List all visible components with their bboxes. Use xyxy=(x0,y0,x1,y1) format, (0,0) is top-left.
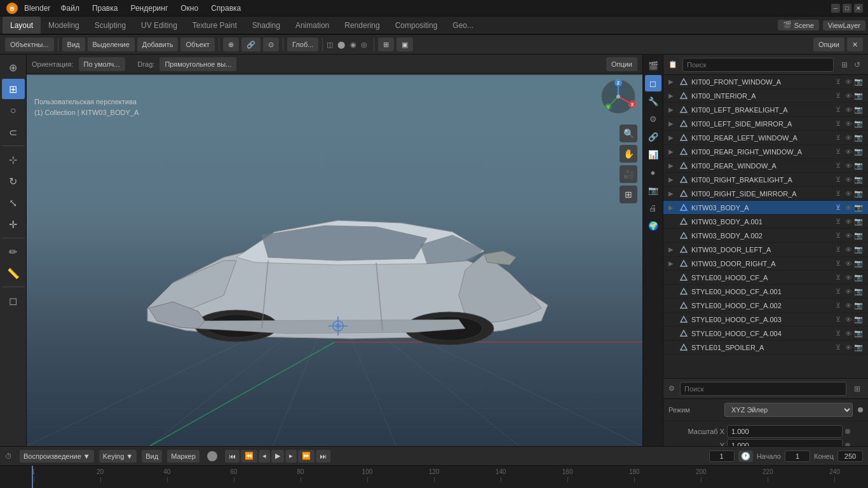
item-filter-icon[interactable]: ⊻ xyxy=(834,343,843,351)
props-icon-modifier[interactable]: 🔧 xyxy=(645,93,661,109)
outliner-item[interactable]: ▶ KIT00_REAR_LEFT_WINDOW_A ⊻ 👁 📷 xyxy=(663,131,868,145)
item-render-icon[interactable]: 📷 xyxy=(854,245,863,254)
menu-edit[interactable]: Правка xyxy=(90,3,121,14)
item-visibility-icon[interactable]: 👁 xyxy=(844,176,853,184)
tool-scale[interactable]: ⤡ xyxy=(2,193,25,213)
minimize-button[interactable]: ─ xyxy=(831,4,840,13)
item-visibility-icon[interactable]: 👁 xyxy=(844,274,853,281)
item-filter-icon[interactable]: ⊻ xyxy=(834,105,843,114)
outliner-item[interactable]: ▶ KIT00_LEFT_BRAKELIGHT_A ⊻ 👁 📷 xyxy=(663,103,868,117)
item-filter-icon[interactable]: ⊻ xyxy=(834,329,843,337)
item-filter-icon[interactable]: ⊻ xyxy=(834,189,843,198)
item-filter-icon[interactable]: ⊻ xyxy=(834,175,843,184)
item-filter-icon[interactable]: ⊻ xyxy=(834,78,843,86)
item-render-icon[interactable]: 📷 xyxy=(854,78,863,86)
item-render-icon[interactable]: 📷 xyxy=(854,147,863,156)
item-visibility-icon[interactable]: 👁 xyxy=(844,148,853,156)
outliner-item[interactable]: ▶ KIT00_REAR_WINDOW_A ⊻ 👁 📷 xyxy=(663,159,868,173)
outliner-item[interactable]: KITW03_BODY_A.002 ⊻ 👁 📷 xyxy=(663,229,868,243)
playhead[interactable] xyxy=(32,466,33,488)
tab-rendering[interactable]: Rendering xyxy=(337,17,387,34)
item-render-icon[interactable]: 📷 xyxy=(854,273,863,281)
camera-btn[interactable]: 🎥 xyxy=(620,165,637,183)
xray-btn[interactable]: ▣ xyxy=(397,37,413,51)
scene-selector[interactable]: 🎬 Scene xyxy=(778,20,819,30)
tool-select-lasso[interactable]: ⊂ xyxy=(2,122,25,142)
outliner-item[interactable]: STYLE00_HOOD_CF_A.004 ⊻ 👁 📷 xyxy=(663,327,868,341)
tab-layout[interactable]: Layout xyxy=(3,17,41,34)
outliner-item[interactable]: ▶ KITW03_BODY_A ⊻ 👁 📷 xyxy=(663,201,868,215)
item-filter-icon[interactable]: ⊻ xyxy=(834,92,843,100)
shading-solid[interactable]: ⬤ xyxy=(337,41,345,48)
item-visibility-icon[interactable]: 👁 xyxy=(844,218,853,226)
current-frame-display[interactable]: 1 xyxy=(709,451,735,462)
tab-compositing[interactable]: Compositing xyxy=(388,17,445,34)
item-visibility-icon[interactable]: 👁 xyxy=(844,190,853,198)
item-filter-icon[interactable]: ⊻ xyxy=(834,217,843,226)
item-filter-icon[interactable]: ⊻ xyxy=(834,161,843,170)
item-visibility-icon[interactable]: 👁 xyxy=(844,120,853,128)
orientation-selector[interactable]: По умолч... xyxy=(79,57,125,71)
view-timeline-btn[interactable]: Вид xyxy=(142,450,162,463)
start-frame-input[interactable]: 1 xyxy=(785,451,810,462)
close-viewport-btn[interactable]: ✕ xyxy=(847,37,863,51)
item-filter-icon[interactable]: ⊻ xyxy=(834,203,843,212)
item-filter-icon[interactable]: ⊻ xyxy=(834,147,843,156)
snap-btn[interactable]: 🔗 xyxy=(241,37,261,51)
playback-btn[interactable]: Воспроизведение ▼ xyxy=(20,450,94,463)
item-visibility-icon[interactable]: 👁 xyxy=(844,106,853,114)
item-visibility-icon[interactable]: 👁 xyxy=(844,246,853,254)
zoom-in-btn[interactable]: 🔍 xyxy=(620,125,637,142)
item-render-icon[interactable]: 📷 xyxy=(854,105,863,114)
viewport-3d[interactable]: Ориентация: По умолч... Drag: Прямоуголь… xyxy=(27,55,642,446)
drag-selector[interactable]: Прямоугольное вы... xyxy=(159,57,236,71)
item-visibility-icon[interactable]: 👁 xyxy=(844,330,853,337)
props-icon-world[interactable]: 🌍 xyxy=(645,217,661,234)
select-menu-btn[interactable]: Выделение xyxy=(88,37,135,51)
props-icon-material[interactable]: ● xyxy=(645,164,661,180)
object-menu-btn[interactable]: Объект xyxy=(180,37,214,51)
props-icon-physics[interactable]: ⚙ xyxy=(645,111,661,127)
next-frame-btn[interactable]: ⏩ xyxy=(298,450,315,463)
tab-uv-editing[interactable]: UV Editing xyxy=(133,17,185,34)
item-visibility-icon[interactable]: 👁 xyxy=(844,162,853,170)
item-visibility-icon[interactable]: 👁 xyxy=(844,344,853,351)
tool-rotate[interactable]: ↻ xyxy=(2,171,25,191)
item-filter-icon[interactable]: ⊻ xyxy=(834,273,843,281)
tool-transform[interactable]: ✛ xyxy=(2,214,25,234)
item-visibility-icon[interactable]: 👁 xyxy=(844,92,853,100)
tool-annotate[interactable]: ✏ xyxy=(2,241,25,262)
viewport-options-btn[interactable]: Опции xyxy=(606,57,637,71)
tab-texture-paint[interactable]: Texture Paint xyxy=(185,17,245,34)
keying-btn[interactable]: Keying ▼ xyxy=(99,450,137,463)
shading-wire[interactable]: ◫ xyxy=(327,41,333,48)
props-icon-scene[interactable]: 🎬 xyxy=(645,57,661,74)
transform-btn[interactable]: ⊕ xyxy=(223,37,239,51)
item-render-icon[interactable]: 📷 xyxy=(854,287,863,295)
outliner-item[interactable]: STYLE00_HOOD_CF_A.003 ⊻ 👁 📷 xyxy=(663,313,868,327)
tab-shading[interactable]: Shading xyxy=(245,17,288,34)
outliner-item[interactable]: ▶ KITW03_DOOR_RIGHT_A ⊻ 👁 📷 xyxy=(663,257,868,271)
props-icon-object[interactable]: ◻ xyxy=(645,75,661,92)
options-btn[interactable]: Опции xyxy=(813,37,844,51)
item-render-icon[interactable]: 📷 xyxy=(854,133,863,142)
outliner-item[interactable]: ▶ KIT00_LEFT_SIDE_MIRROR_A ⊻ 👁 📷 xyxy=(663,117,868,131)
item-filter-icon[interactable]: ⊻ xyxy=(834,301,843,309)
overlay-btn[interactable]: ⊞ xyxy=(378,37,394,51)
item-render-icon[interactable]: 📷 xyxy=(854,217,863,226)
shading-render[interactable]: ◎ xyxy=(361,41,367,48)
marker-btn[interactable]: Маркер xyxy=(167,450,200,463)
item-render-icon[interactable]: 📷 xyxy=(854,301,863,309)
props-icon-output[interactable]: 🖨 xyxy=(645,200,661,216)
item-visibility-icon[interactable]: 👁 xyxy=(844,232,853,240)
mode-selector[interactable]: Объектны... xyxy=(5,37,54,51)
tool-add-cube[interactable]: ◻ xyxy=(2,290,25,311)
outliner-search[interactable] xyxy=(682,58,834,72)
tab-animation[interactable]: Animation xyxy=(288,17,337,34)
item-visibility-icon[interactable]: 👁 xyxy=(844,260,853,268)
close-button[interactable]: ✕ xyxy=(854,4,863,13)
item-filter-icon[interactable]: ⊻ xyxy=(834,133,843,142)
mode-select[interactable]: XYZ Эйлер xyxy=(724,403,853,417)
proportional-btn[interactable]: ⊙ xyxy=(263,37,279,51)
tab-modeling[interactable]: Modeling xyxy=(41,17,87,34)
